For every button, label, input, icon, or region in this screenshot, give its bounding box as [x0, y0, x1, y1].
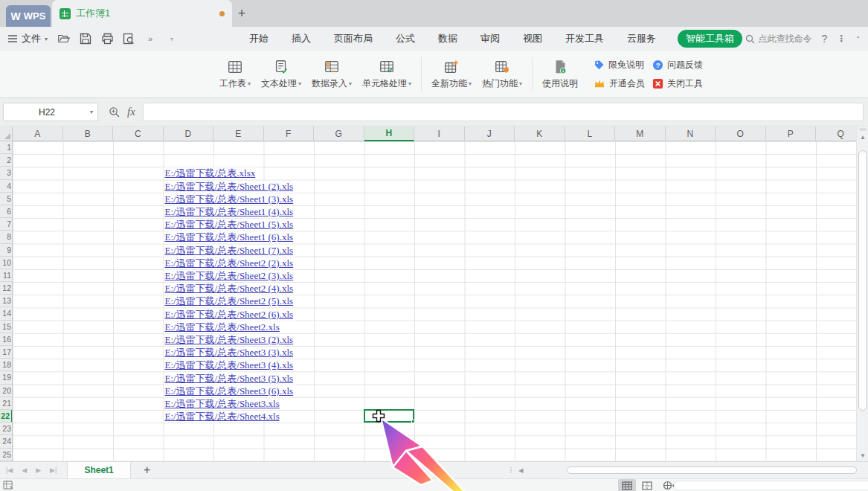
grid-cells-area[interactable]: E:/迅雷下载/总表.xlsxE:/迅雷下载/总表/Sheet1 (2).xls… — [13, 141, 856, 461]
row-header-15[interactable]: 15 — [0, 321, 13, 333]
column-header-P[interactable]: P — [766, 126, 817, 141]
ribbon-tab-start[interactable]: 开始 — [248, 30, 270, 48]
row-header-3[interactable]: 3 — [0, 167, 13, 179]
cell-hyperlink-row10[interactable]: E:/迅雷下载/总表/Sheet2 (2).xls — [165, 257, 296, 269]
row-header-9[interactable]: 9 — [0, 244, 13, 257]
column-header-L[interactable]: L — [565, 126, 616, 141]
formula-input[interactable] — [143, 103, 864, 121]
zoom-magnifier-icon[interactable] — [109, 106, 120, 118]
column-header-O[interactable]: O — [716, 126, 766, 141]
file-menu-button[interactable]: 文件 ▾ — [0, 32, 54, 45]
row-header-5[interactable]: 5 — [0, 193, 13, 205]
cell-hyperlink-row18[interactable]: E:/迅雷下载/总表/Sheet3 (4).xls — [165, 359, 296, 371]
row-header-7[interactable]: 7 — [0, 218, 13, 231]
prev-sheet-icon[interactable]: ◀ — [22, 466, 27, 474]
cell-hyperlink-row3[interactable]: E:/迅雷下载/总表.xlsx — [165, 167, 258, 179]
document-tab[interactable]: 工作簿1 — [52, 0, 232, 27]
row-header-25[interactable]: 25 — [0, 449, 13, 461]
new-document-tab-button[interactable]: + — [234, 6, 250, 22]
help-icon[interactable]: ? — [822, 33, 828, 45]
customize-caret-icon[interactable]: ▿ — [164, 31, 179, 46]
row-header-13[interactable]: 13 — [0, 295, 13, 307]
cell-hyperlink-row21[interactable]: E:/迅雷下载/总表/Sheet3.xls — [165, 398, 282, 410]
last-sheet-icon[interactable]: ▶| — [50, 466, 57, 474]
ribbon-button-feedback[interactable]: ?问题反馈 — [652, 59, 703, 71]
collapse-ribbon-icon[interactable]: ⌃ — [855, 36, 861, 42]
wps-home-tab[interactable]: W WPS — [6, 5, 51, 27]
print-icon[interactable] — [100, 31, 115, 46]
cell-hyperlink-row13[interactable]: E:/迅雷下载/总表/Sheet2 (5).xls — [165, 295, 296, 307]
column-header-J[interactable]: J — [465, 126, 515, 141]
ribbon-button-hot-features[interactable]: 热门功能▾ — [477, 53, 527, 96]
row-header-18[interactable]: 18 — [0, 359, 13, 371]
cell-hyperlink-row14[interactable]: E:/迅雷下载/总表/Sheet2 (6).xls — [165, 309, 296, 321]
row-header-24[interactable]: 24 — [0, 435, 13, 448]
tab-scroll-split-handle[interactable]: ⁞ — [510, 466, 513, 474]
vertical-scroll-thumb[interactable] — [858, 150, 867, 411]
row-header-2[interactable]: 2 — [0, 154, 13, 167]
scroll-down-icon[interactable]: ▼ — [857, 451, 868, 461]
add-sheet-button[interactable]: + — [140, 463, 155, 477]
cell-hyperlink-row8[interactable]: E:/迅雷下载/总表/Sheet1 (6).xls — [165, 231, 296, 243]
column-header-F[interactable]: F — [264, 126, 315, 141]
cell-hyperlink-row15[interactable]: E:/迅雷下载/总表/Sheet2.xls — [165, 321, 282, 333]
ribbon-button-upgrade-member[interactable]: 开通会员 — [594, 77, 645, 90]
column-header-M[interactable]: M — [615, 126, 666, 141]
column-header-G[interactable]: G — [314, 126, 364, 141]
row-header-17[interactable]: 17 — [0, 346, 13, 359]
ribbon-button-data-entry[interactable]: 数据录入▾ — [306, 53, 357, 96]
row-header-19[interactable]: 19 — [0, 371, 13, 384]
row-header-6[interactable]: 6 — [0, 205, 13, 218]
first-sheet-icon[interactable]: |◀ — [6, 466, 13, 474]
ribbon-tab-dev-tools[interactable]: 开发工具 — [564, 30, 605, 48]
split-handle[interactable] — [859, 128, 867, 131]
cell-hyperlink-row9[interactable]: E:/迅雷下载/总表/Sheet1 (7).xls — [165, 245, 296, 257]
cell-mode-icon[interactable] — [3, 480, 14, 490]
horizontal-scroll-thumb[interactable] — [567, 466, 857, 474]
cell-hyperlink-row4[interactable]: E:/迅雷下载/总表/Sheet1 (2).xls — [165, 181, 296, 193]
ribbon-tab-smart-toolbox[interactable]: 智能工具箱 — [678, 30, 742, 48]
ribbon-tab-view[interactable]: 视图 — [521, 30, 544, 48]
ribbon-tab-review[interactable]: 审阅 — [479, 30, 501, 48]
row-header-11[interactable]: 11 — [0, 269, 13, 282]
cell-hyperlink-row22[interactable]: E:/迅雷下载/总表/Sheet4.xls — [165, 411, 282, 423]
ribbon-button-usage-guide[interactable]: 使用说明 — [537, 53, 583, 96]
sheet-tab-sheet1[interactable]: Sheet1 — [67, 462, 130, 479]
save-icon[interactable] — [78, 31, 93, 46]
column-header-E[interactable]: E — [213, 126, 264, 141]
column-header-A[interactable]: A — [13, 126, 63, 141]
row-header-21[interactable]: 21 — [0, 397, 13, 410]
row-header-23[interactable]: 23 — [0, 423, 13, 435]
ribbon-tab-insert[interactable]: 插入 — [290, 30, 312, 48]
cell-hyperlink-row17[interactable]: E:/迅雷下载/总表/Sheet3 (3).xls — [165, 347, 296, 359]
hscroll-left-icon[interactable]: ◀ — [518, 467, 523, 474]
column-header-C[interactable]: C — [113, 126, 164, 141]
ribbon-button-close-tool[interactable]: 关闭工具 — [652, 77, 703, 90]
page-break-view-icon[interactable] — [638, 479, 656, 491]
cell-hyperlink-row11[interactable]: E:/迅雷下载/总表/Sheet2 (3).xls — [165, 270, 296, 282]
ribbon-button-new-features[interactable]: 全新功能▾ — [426, 53, 477, 96]
cell-name-box[interactable]: H22 ▾ — [3, 103, 98, 121]
cell-hyperlink-row5[interactable]: E:/迅雷下载/总表/Sheet1 (3).xls — [165, 193, 296, 205]
ribbon-button-limited-free-info[interactable]: 限免说明 — [594, 59, 645, 71]
cell-hyperlink-row20[interactable]: E:/迅雷下载/总表/Sheet3 (6).xls — [165, 385, 296, 397]
ribbon-button-cell-process[interactable]: 单元格处理▾ — [357, 53, 417, 96]
cell-hyperlink-row6[interactable]: E:/迅雷下载/总表/Sheet1 (4).xls — [165, 206, 296, 218]
column-header-H[interactable]: H — [364, 126, 415, 141]
column-header-D[interactable]: D — [164, 126, 214, 141]
normal-view-icon[interactable] — [618, 479, 636, 491]
row-header-14[interactable]: 14 — [0, 307, 13, 320]
print-preview-icon[interactable] — [121, 31, 136, 46]
scroll-up-icon[interactable]: ▲ — [857, 132, 868, 143]
selection-fill-handle[interactable] — [411, 420, 415, 423]
ribbon-tab-data[interactable]: 数据 — [437, 30, 459, 48]
column-header-N[interactable]: N — [666, 126, 716, 141]
more-chevrons-icon[interactable]: » — [143, 31, 158, 46]
cell-hyperlink-row19[interactable]: E:/迅雷下载/总表/Sheet3 (5).xls — [165, 373, 296, 385]
cell-hyperlink-row16[interactable]: E:/迅雷下载/总表/Sheet3 (2).xls — [165, 334, 296, 346]
row-header-12[interactable]: 12 — [0, 282, 13, 295]
selected-cell[interactable] — [364, 409, 415, 423]
row-header-8[interactable]: 8 — [0, 231, 13, 243]
row-header-4[interactable]: 4 — [0, 180, 13, 193]
column-header-B[interactable]: B — [63, 126, 114, 141]
